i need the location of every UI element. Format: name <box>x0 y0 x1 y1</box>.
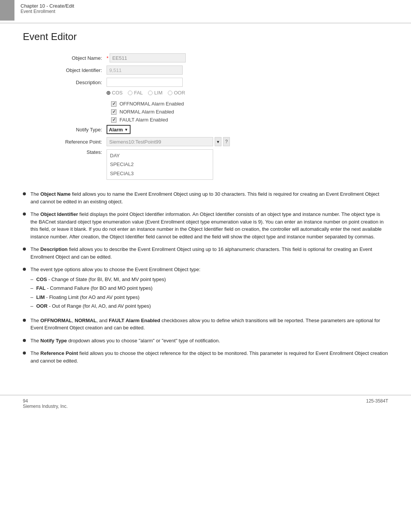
subitem-cos: – COS - Change of State (for BI, BV, MI,… <box>30 276 388 283</box>
dash-cos: – <box>30 276 33 283</box>
bullet-dot-2 <box>23 212 26 216</box>
offnormal-check-mark: ✓ <box>112 101 116 106</box>
description-row: Description: <box>46 78 388 87</box>
state-special3: SPECIAL3 <box>110 169 210 178</box>
radio-oor[interactable]: OOR <box>168 90 185 96</box>
state-day: DAY <box>110 151 210 160</box>
bold-normal: NORMAL <box>75 318 96 323</box>
main-content: Event Editor Object Name: * Object Ident… <box>0 23 411 387</box>
radio-fal-icon <box>128 91 132 95</box>
bold-object-identifier: Object Identifier <box>40 211 78 217</box>
header-text: Chapter 10 - Create/Edit Event Enrollmen… <box>21 0 74 21</box>
fault-checkbox[interactable]: ✓ <box>111 117 116 123</box>
reference-point-help-icon[interactable]: ? <box>223 137 230 146</box>
page-footer: 94 Siemens Industry, Inc. 125-3584T <box>0 395 411 412</box>
bold-notify-type: Notify Type <box>40 338 67 343</box>
bold-object-name: Object Name <box>40 191 70 197</box>
radio-oor-icon <box>168 91 172 95</box>
bullet-text-event-type: The event type options allow you to choo… <box>30 266 388 312</box>
radio-lim[interactable]: LIM <box>148 90 162 96</box>
oor-text: OOR - Out of Range (for AI, AO, and AV p… <box>36 302 151 310</box>
radio-fal[interactable]: FAL <box>128 90 143 96</box>
state-special2: SPECIAL2 <box>110 160 210 169</box>
reference-point-row: Reference Point: ▼ ? <box>46 137 388 146</box>
page-title: Event Editor <box>23 31 388 43</box>
object-name-label: Object Name: <box>46 55 107 61</box>
bold-fault: FAULT Alarm Enabled <box>109 318 160 323</box>
states-list: DAY SPECIAL2 SPECIAL3 <box>107 149 213 180</box>
bold-offnormal: OFFNORMAL <box>40 318 72 323</box>
subitem-lim: – LIM - Floating Limit (for AO and AV po… <box>30 294 388 301</box>
object-name-input[interactable] <box>110 53 186 62</box>
lim-text: LIM - Floating Limit (for AO and AV poin… <box>36 294 139 301</box>
states-row: States: DAY SPECIAL2 SPECIAL3 <box>46 149 388 180</box>
bullet-text-notify-type: The Notify Type dropdown allows you to c… <box>30 337 388 345</box>
states-label: States: <box>46 149 107 155</box>
notify-type-row: Notify Type: Alarm ▼ <box>46 125 388 134</box>
fault-checkbox-row: ✓ FAULT Alarm Enabled <box>111 117 388 123</box>
subitem-fal: – FAL - Command Failure (for BO and MO p… <box>30 284 388 292</box>
offnormal-checkbox-row: ✓ OFFNORMAL Alarm Enabled <box>111 101 388 107</box>
normal-checkbox-row: ✓ NORMAL Alarm Enabled <box>111 109 388 115</box>
dash-lim: – <box>30 294 33 301</box>
reference-point-input[interactable] <box>107 137 213 146</box>
notify-type-value: Alarm <box>109 127 123 133</box>
description-input[interactable] <box>107 78 183 87</box>
bold-description: Description <box>40 246 68 252</box>
reference-point-dropdown-icon[interactable]: ▼ <box>215 137 221 146</box>
notify-dropdown-arrow-icon: ▼ <box>124 128 128 132</box>
bullet-text-alarm-enabled: The OFFNORMAL, NORMAL, and FAULT Alarm E… <box>30 317 388 332</box>
description-bullets: The Object Name field allows you to name… <box>23 190 388 364</box>
fault-check-mark: ✓ <box>112 117 116 122</box>
bullet-text-object-name: The Object Name field allows you to name… <box>30 190 388 205</box>
section-title: Event Enrollment <box>21 9 74 14</box>
object-identifier-input[interactable] <box>107 66 183 75</box>
bullet-object-name: The Object Name field allows you to name… <box>23 190 388 205</box>
event-editor-form: Object Name: * Object Identifier: Descri… <box>46 53 388 180</box>
object-name-row: Object Name: * <box>46 53 388 62</box>
chapter-tab <box>0 0 14 21</box>
object-identifier-row: Object Identifier: <box>46 66 388 75</box>
cos-text: COS - Change of State (for BI, BV, MI, a… <box>36 276 166 283</box>
event-type-sublist: – COS - Change of State (for BI, BV, MI,… <box>30 276 388 310</box>
bold-reference-point: Reference Point <box>40 350 78 356</box>
radio-cos-icon <box>107 91 110 95</box>
reference-point-label: Reference Point: <box>46 139 107 145</box>
reference-point-container: ▼ ? <box>107 137 230 146</box>
radio-fal-label: FAL <box>134 90 143 96</box>
company-name: Siemens Industry, Inc. <box>23 404 68 409</box>
bullet-dot-3 <box>23 248 26 251</box>
bullet-dot-1 <box>23 192 26 195</box>
bullet-text-object-identifier: The Object Identifier field displays the… <box>30 211 388 240</box>
dash-fal: – <box>30 284 33 292</box>
chapter-title: Chapter 10 - Create/Edit <box>21 3 74 9</box>
normal-label: NORMAL Alarm Enabled <box>119 109 174 115</box>
description-label: Description: <box>46 80 107 85</box>
required-star: * <box>107 55 108 61</box>
bullet-dot-7 <box>23 351 26 355</box>
normal-checkbox[interactable]: ✓ <box>111 109 116 115</box>
bullet-description: The Description field allows you to desc… <box>23 246 388 260</box>
footer-left: 94 Siemens Industry, Inc. <box>23 398 68 409</box>
bullet-object-identifier: The Object Identifier field displays the… <box>23 211 388 240</box>
bullet-reference-point: The Reference Point field allows you to … <box>23 350 388 364</box>
radio-lim-label: LIM <box>154 90 162 96</box>
fal-text: FAL - Command Failure (for BO and MO poi… <box>36 284 153 292</box>
dash-oor: – <box>30 302 33 310</box>
bullet-text-reference-point: The Reference Point field allows you to … <box>30 350 388 364</box>
bullet-notify-type: The Notify Type dropdown allows you to c… <box>23 337 388 345</box>
offnormal-label: OFFNORMAL Alarm Enabled <box>119 101 184 107</box>
radio-cos[interactable]: COS <box>107 90 123 96</box>
page-number: 94 <box>23 398 68 404</box>
bullet-text-description: The Description field allows you to desc… <box>30 246 388 260</box>
page-header: Chapter 10 - Create/Edit Event Enrollmen… <box>0 0 411 23</box>
radio-oor-label: OOR <box>174 90 185 96</box>
event-type-row: COS FAL LIM OOR <box>46 90 388 98</box>
notify-type-select[interactable]: Alarm ▼ <box>107 125 131 134</box>
notify-type-label: Notify Type: <box>46 127 107 133</box>
event-type-radio-group: COS FAL LIM OOR <box>107 90 185 96</box>
offnormal-checkbox[interactable]: ✓ <box>111 101 116 107</box>
bullet-event-type: The event type options allow you to choo… <box>23 266 388 312</box>
radio-lim-icon <box>148 91 153 95</box>
bullet-dot-5 <box>23 319 26 322</box>
